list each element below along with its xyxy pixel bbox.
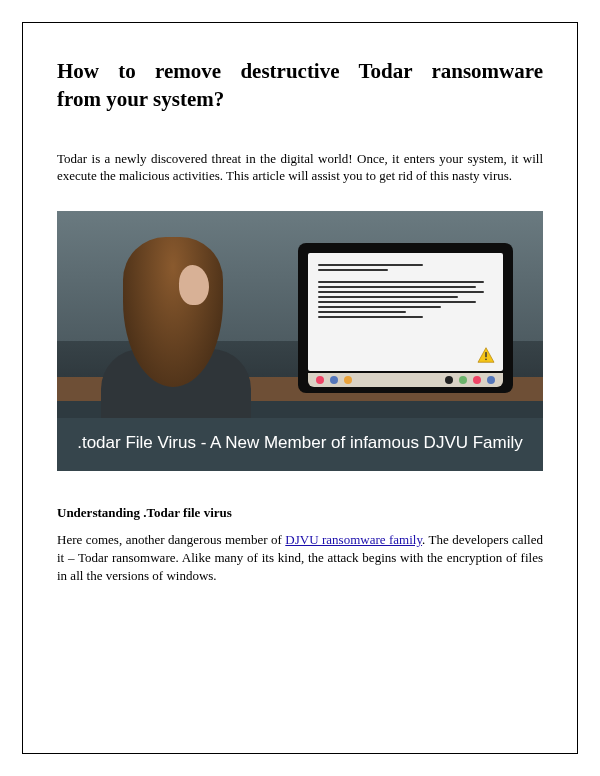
section-heading: Understanding .Todar file virus <box>57 505 543 521</box>
page-title: How to remove destructive Todar ransomwa… <box>57 57 543 114</box>
monitor-screen <box>308 253 503 371</box>
screen-text-line <box>318 316 423 318</box>
monitor-bezel <box>298 243 513 393</box>
photo-monitor <box>298 243 513 393</box>
screen-text-line <box>318 281 484 283</box>
hero-image: .todar File Virus - A New Member of infa… <box>57 211 543 471</box>
hero-photo-area <box>57 211 543 401</box>
photo-person <box>83 229 253 399</box>
screen-text-line <box>318 311 406 313</box>
body-text-before-link: Here comes, another dangerous member of <box>57 532 285 547</box>
monitor-chin <box>308 373 503 387</box>
title-line-1: How to remove destructive Todar ransomwa… <box>57 57 543 85</box>
svg-rect-1 <box>485 358 486 359</box>
screen-text-line <box>318 269 388 271</box>
title-line-2: from your system? <box>57 85 543 113</box>
screen-text-line <box>318 306 441 308</box>
screen-text-line <box>318 264 423 266</box>
sticker-icon <box>487 376 495 384</box>
sticker-icon <box>330 376 338 384</box>
sticker-icon <box>344 376 352 384</box>
document-page: How to remove destructive Todar ransomwa… <box>22 22 578 754</box>
screen-text-line <box>318 301 476 303</box>
sticker-icon <box>459 376 467 384</box>
screen-text-line <box>318 296 458 298</box>
djvu-family-link[interactable]: DJVU ransomware family <box>285 532 422 547</box>
sticker-icon <box>316 376 324 384</box>
warning-icon <box>477 347 495 363</box>
hero-caption: .todar File Virus - A New Member of infa… <box>57 418 543 471</box>
sticker-icon <box>473 376 481 384</box>
svg-rect-0 <box>485 352 486 357</box>
screen-text-line <box>318 291 484 293</box>
screen-text-line <box>318 286 476 288</box>
intro-paragraph: Todar is a newly discovered threat in th… <box>57 150 543 185</box>
body-paragraph: Here comes, another dangerous member of … <box>57 531 543 586</box>
sticker-icon <box>445 376 453 384</box>
